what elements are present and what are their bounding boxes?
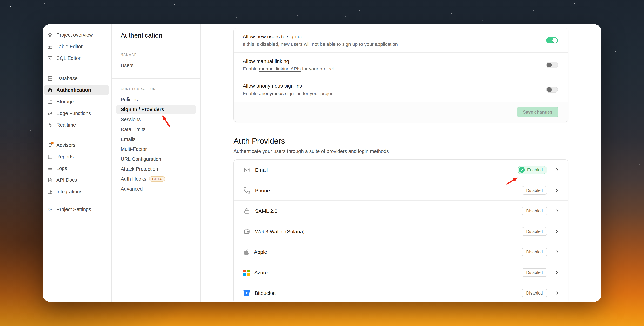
apple-icon bbox=[244, 248, 249, 255]
auth-nav-item-sessions[interactable]: Sessions bbox=[116, 115, 196, 124]
auth-nav-item-users[interactable]: Users bbox=[116, 61, 196, 70]
provider-row-apple[interactable]: Apple Disabled bbox=[234, 241, 568, 262]
provider-label: Azure bbox=[254, 269, 268, 275]
manual-linking-toggle[interactable] bbox=[546, 62, 558, 68]
sidebar-item-edge-functions[interactable]: Edge Functions bbox=[44, 108, 109, 118]
beta-badge: BETA bbox=[149, 176, 165, 182]
allow-signups-toggle[interactable] bbox=[546, 37, 558, 43]
email-icon bbox=[244, 166, 250, 173]
provider-label: Web3 Wallet (Solana) bbox=[255, 228, 304, 234]
gear-icon: ⚙ bbox=[47, 206, 53, 212]
auth-nav-item-advanced[interactable]: Advanced bbox=[116, 184, 196, 194]
chevron-right-icon[interactable] bbox=[555, 168, 559, 172]
auth-nav-item-label: Advanced bbox=[121, 186, 143, 192]
sidebar-divider bbox=[46, 135, 107, 135]
sidebar-item-database[interactable]: Database bbox=[44, 73, 109, 84]
auth-nav-item-label: Multi-Factor bbox=[121, 146, 147, 152]
sidebar-item-label: Storage bbox=[56, 99, 74, 104]
desc-prefix: Enable bbox=[243, 91, 259, 96]
disabled-status-badge: Disabled bbox=[522, 289, 547, 297]
setting-title: Allow manual linking bbox=[243, 58, 334, 64]
anonymous-signins-toggle[interactable] bbox=[546, 86, 558, 93]
microsoft-icon bbox=[244, 269, 250, 275]
sidebar-item-project-overview[interactable]: Project overview bbox=[44, 30, 109, 40]
setting-text: Allow manual linking Enable manual linki… bbox=[243, 58, 334, 72]
check-icon bbox=[519, 167, 525, 173]
disabled-status-badge: Disabled bbox=[522, 268, 547, 277]
provider-row-azure[interactable]: Azure Disabled bbox=[234, 262, 568, 282]
auth-nav-manage-section: MANAGE Users bbox=[112, 45, 200, 79]
provider-row-web3-wallet[interactable]: Web3 Wallet (Solana) Disabled bbox=[234, 221, 568, 241]
document-icon bbox=[47, 177, 53, 183]
chevron-right-icon[interactable] bbox=[555, 270, 559, 275]
sidebar-item-sql-editor[interactable]: SQL Editor bbox=[44, 53, 109, 63]
toggle-knob bbox=[547, 87, 552, 92]
cursor-click-icon bbox=[47, 122, 53, 128]
setting-description: Enable manual linking APIs for your proj… bbox=[243, 66, 334, 72]
provider-row-bitbucket[interactable]: Bitbucket Disabled bbox=[234, 282, 568, 302]
auth-nav-item-sign-in-providers[interactable]: Sign In / Providers bbox=[116, 105, 196, 114]
chart-icon bbox=[47, 154, 53, 160]
chevron-right-icon[interactable] bbox=[555, 188, 559, 193]
sidebar-item-authentication[interactable]: Authentication bbox=[44, 85, 109, 95]
setting-text: Allow new users to sign up If this is di… bbox=[243, 34, 398, 47]
auth-nav-item-label: Sign In / Providers bbox=[121, 107, 164, 112]
provider-label: Email bbox=[255, 167, 268, 173]
auth-providers-card: Email Enabled Phone Disabled bbox=[234, 159, 568, 302]
sidebar-item-integrations[interactable]: Integrations bbox=[44, 186, 109, 197]
provider-row-saml[interactable]: SAML 2.0 Disabled bbox=[234, 200, 568, 221]
setting-row-manual-linking: Allow manual linking Enable manual linki… bbox=[234, 52, 568, 77]
chevron-right-icon[interactable] bbox=[555, 250, 559, 254]
manual-linking-apis-link[interactable]: manual linking APIs bbox=[259, 66, 301, 72]
toggle-knob bbox=[547, 63, 552, 67]
desc-suffix: for your project bbox=[302, 91, 335, 96]
auth-nav-item-url-configuration[interactable]: URL Configuration bbox=[116, 154, 196, 164]
setting-text: Allow anonymous sign-ins Enable anonymou… bbox=[243, 83, 335, 96]
sidebar-item-label: Authentication bbox=[56, 87, 91, 93]
sidebar-divider bbox=[46, 68, 107, 68]
sidebar-item-label: API Docs bbox=[56, 177, 77, 183]
auth-nav-item-rate-limits[interactable]: Rate Limits bbox=[116, 125, 196, 134]
disabled-status-badge: Disabled bbox=[522, 248, 547, 256]
home-icon bbox=[47, 32, 53, 38]
auth-nav-item-attack-protection[interactable]: Attack Protection bbox=[116, 164, 196, 174]
auth-nav-item-emails[interactable]: Emails bbox=[116, 134, 196, 144]
sidebar-item-reports[interactable]: Reports bbox=[44, 152, 109, 162]
sidebar-item-advisors[interactable]: Advisors bbox=[44, 140, 109, 150]
stars-layer-small bbox=[0, 0, 0, 0]
save-changes-button[interactable]: Save changes bbox=[517, 107, 558, 117]
provider-label: Bitbucket bbox=[255, 290, 276, 296]
desc-suffix: for your project bbox=[301, 66, 334, 72]
auth-nav-item-label: URL Configuration bbox=[121, 156, 161, 162]
status-text: Enabled bbox=[527, 167, 543, 172]
auth-nav-item-policies[interactable]: Policies bbox=[116, 95, 196, 104]
auth-nav-sidebar: Authentication MANAGE Users CONFIGURATIO… bbox=[112, 24, 201, 302]
sidebar-item-label: Reports bbox=[56, 154, 74, 159]
sidebar-item-table-editor[interactable]: Table Editor bbox=[44, 41, 109, 52]
sidebar-item-label: Advisors bbox=[56, 142, 75, 148]
sidebar-item-project-settings[interactable]: ⚙ Project Settings bbox=[44, 204, 109, 214]
sidebar-item-storage[interactable]: Storage bbox=[44, 97, 109, 107]
anonymous-signins-link[interactable]: anonymous sign-ins bbox=[259, 91, 302, 96]
supabase-dashboard-window: Project overview Table Editor SQL Editor… bbox=[43, 24, 601, 302]
sidebar-item-label: SQL Editor bbox=[56, 55, 80, 61]
chevron-right-icon[interactable] bbox=[555, 229, 559, 234]
chevron-right-icon[interactable] bbox=[555, 209, 559, 213]
provider-label: Apple bbox=[254, 249, 267, 255]
auth-nav-item-multi-factor[interactable]: Multi-Factor bbox=[116, 144, 196, 154]
chevron-right-icon[interactable] bbox=[555, 291, 559, 295]
provider-row-email[interactable]: Email Enabled bbox=[234, 160, 568, 180]
sidebar-item-realtime[interactable]: Realtime bbox=[44, 120, 109, 130]
setting-title: Allow anonymous sign-ins bbox=[243, 83, 335, 89]
auth-nav-item-auth-hooks[interactable]: Auth Hooks BETA bbox=[116, 174, 196, 184]
sidebar-item-label: Database bbox=[56, 76, 78, 81]
sidebar-item-api-docs[interactable]: API Docs bbox=[44, 175, 109, 185]
wallet-icon bbox=[244, 228, 250, 235]
provider-row-phone[interactable]: Phone Disabled bbox=[234, 180, 568, 200]
section-label-manage: MANAGE bbox=[116, 53, 196, 57]
provider-label: SAML 2.0 bbox=[255, 208, 278, 214]
auth-nav-configuration-section: CONFIGURATION Policies Sign In / Provide… bbox=[112, 79, 200, 202]
desc-prefix: Enable bbox=[243, 66, 259, 72]
sidebar-item-logs[interactable]: Logs bbox=[44, 163, 109, 173]
auth-nav-item-label: Sessions bbox=[121, 117, 141, 122]
